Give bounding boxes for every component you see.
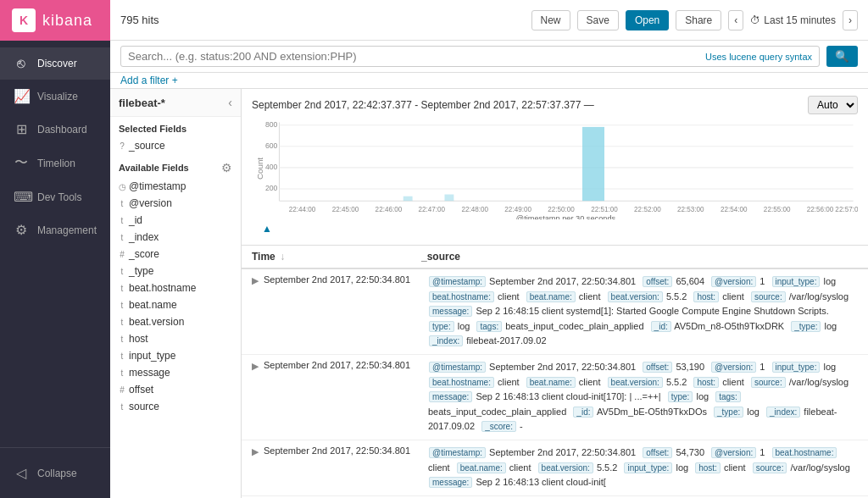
row-expand-icon[interactable]: ▶: [252, 275, 259, 286]
search-input[interactable]: [128, 50, 705, 63]
field-name-label: _score: [129, 248, 232, 260]
sidebar-label-timelion: Timelion: [37, 158, 75, 169]
svg-text:Count: Count: [255, 158, 264, 180]
svg-text:22:56:00: 22:56:00: [807, 206, 834, 213]
svg-text:@timestamp per 30 seconds: @timestamp per 30 seconds: [516, 214, 616, 219]
collapse-chart-icon: ▲: [262, 223, 272, 235]
next-time-button[interactable]: ›: [843, 10, 858, 30]
row-time-3: September 2nd 2017, 22:50:34.801: [264, 445, 428, 456]
row-source-3: @timestamp: September 2nd 2017, 22:50:34…: [428, 445, 858, 490]
hits-count: 795 hits: [120, 14, 159, 26]
field-type-icon: t: [119, 284, 125, 293]
collapse-icon: ◁: [14, 465, 29, 481]
field-timestamp: @timestamp:: [429, 447, 486, 458]
searchbar: Uses lucene query syntax 🔍: [110, 41, 868, 73]
share-button[interactable]: Share: [676, 10, 721, 30]
available-field-source[interactable]: tsource: [110, 398, 241, 415]
row-expand-icon[interactable]: ▶: [252, 446, 259, 457]
index-toggle-icon[interactable]: ‹: [228, 96, 232, 109]
field-input-type: input_type:: [772, 362, 821, 373]
field-tags: tags:: [715, 391, 741, 402]
selected-field-source[interactable]: ? _source: [110, 137, 241, 154]
available-field-_score[interactable]: #_score: [110, 246, 241, 263]
field-name-label: message: [129, 367, 232, 379]
available-field-input_type[interactable]: tinput_type: [110, 347, 241, 364]
field-type-icon: t: [119, 233, 125, 242]
timelion-icon: 〜: [14, 154, 29, 172]
add-filter-bar: Add a filter +: [110, 73, 868, 89]
field-beat-name: beat.name:: [526, 377, 576, 388]
sidebar-item-discover[interactable]: ⎋ Discover: [0, 47, 110, 80]
new-button[interactable]: New: [531, 10, 570, 30]
field-beat-version: beat.version:: [608, 377, 663, 388]
available-field-beat_version[interactable]: tbeat.version: [110, 313, 241, 330]
available-field-at-version[interactable]: t@version: [110, 195, 241, 212]
available-field-_type[interactable]: t_type: [110, 263, 241, 279]
sidebar-footer: ◁ Collapse: [0, 447, 110, 498]
sidebar-item-visualize[interactable]: 📈 Visualize: [0, 80, 110, 113]
chart-collapse-toggle[interactable]: ▲: [252, 219, 858, 238]
field-index: _index:: [766, 407, 800, 418]
field-name-label: beat.hostname: [129, 282, 232, 294]
available-field-message[interactable]: tmessage: [110, 364, 241, 381]
field-beat-hostname: beat.hostname:: [429, 291, 494, 302]
field-name-label: input_type: [129, 350, 232, 362]
svg-text:600: 600: [265, 141, 278, 150]
time-icon: ⏱: [750, 14, 760, 26]
available-field-beat_name[interactable]: tbeat.name: [110, 296, 241, 313]
svg-text:22:48:00: 22:48:00: [461, 206, 488, 213]
available-field-host[interactable]: thost: [110, 330, 241, 347]
field-beat-hostname: beat.hostname:: [772, 447, 837, 458]
sidebar-logo[interactable]: K kibana: [0, 0, 110, 41]
field-host: host:: [695, 462, 721, 473]
sidebar-item-timelion[interactable]: 〜 Timelion: [0, 146, 110, 180]
field-type-icon: t: [119, 267, 125, 276]
index-pattern-row[interactable]: filebeat-* ‹: [110, 89, 241, 117]
search-input-wrap[interactable]: Uses lucene query syntax: [120, 46, 820, 67]
field-type: type:: [429, 321, 454, 332]
svg-text:800: 800: [265, 120, 278, 129]
available-field-_id[interactable]: t_id: [110, 212, 241, 229]
field-type-icon: #: [119, 250, 125, 259]
sidebar-item-management[interactable]: ⚙ Management: [0, 213, 110, 246]
field-type-icon: t: [119, 301, 125, 310]
available-field-offset[interactable]: #offset: [110, 381, 241, 398]
main-area: 795 hits New Save Open Share ‹ ⏱ Last 15…: [110, 0, 868, 498]
fields-settings-icon[interactable]: ⚙: [221, 161, 232, 174]
svg-text:22:47:00: 22:47:00: [419, 206, 446, 213]
available-fields-list: ◷@timestampt@versiont_idt_index#_scoret_…: [110, 178, 241, 415]
svg-text:22:51:00: 22:51:00: [591, 206, 618, 213]
time-column-header[interactable]: Time ↓: [252, 251, 421, 263]
search-button[interactable]: 🔍: [826, 46, 858, 67]
svg-text:22:55:00: 22:55:00: [764, 206, 791, 213]
prev-time-button[interactable]: ‹: [728, 10, 743, 30]
svg-text:22:45:00: 22:45:00: [332, 206, 359, 213]
field-name-label: _id: [129, 214, 232, 226]
sidebar-item-dashboard[interactable]: ⊞ Dashboard: [0, 113, 110, 146]
field-type-icon: #: [119, 385, 125, 395]
interval-select[interactable]: Auto: [808, 96, 858, 114]
save-button[interactable]: Save: [577, 10, 619, 30]
available-field-_index[interactable]: t_index: [110, 229, 241, 246]
field-type-icon: t: [119, 216, 125, 225]
row-time-2: September 2nd 2017, 22:50:34.801: [264, 360, 428, 370]
field-id: _id:: [651, 321, 671, 332]
field-tags: tags:: [476, 321, 502, 332]
row-expand-icon[interactable]: ▶: [252, 361, 259, 372]
open-button[interactable]: Open: [626, 10, 669, 30]
sidebar-collapse[interactable]: ◁ Collapse: [0, 456, 110, 490]
sidebar-item-devtools[interactable]: ⌨ Dev Tools: [0, 180, 110, 213]
sidebar-label-devtools: Dev Tools: [37, 191, 81, 203]
field-type: type:: [668, 391, 693, 402]
field-name-label: @timestamp: [129, 180, 232, 192]
devtools-icon: ⌨: [14, 189, 29, 205]
available-field-at-timestamp[interactable]: ◷@timestamp: [110, 178, 241, 195]
available-field-beat_hostname[interactable]: tbeat.hostname: [110, 279, 241, 296]
table-row: ▶ September 2nd 2017, 22:50:34.801 @time…: [242, 440, 868, 496]
table-header: Time ↓ _source: [242, 246, 868, 269]
chart-time-range: September 2nd 2017, 22:42:37.377 - Septe…: [252, 99, 594, 111]
selected-fields-title: Selected Fields: [110, 117, 241, 137]
add-filter-link[interactable]: Add a filter +: [110, 71, 188, 90]
field-type-icon: t: [119, 368, 125, 378]
time-range-display[interactable]: ⏱ Last 15 minutes: [750, 14, 836, 26]
